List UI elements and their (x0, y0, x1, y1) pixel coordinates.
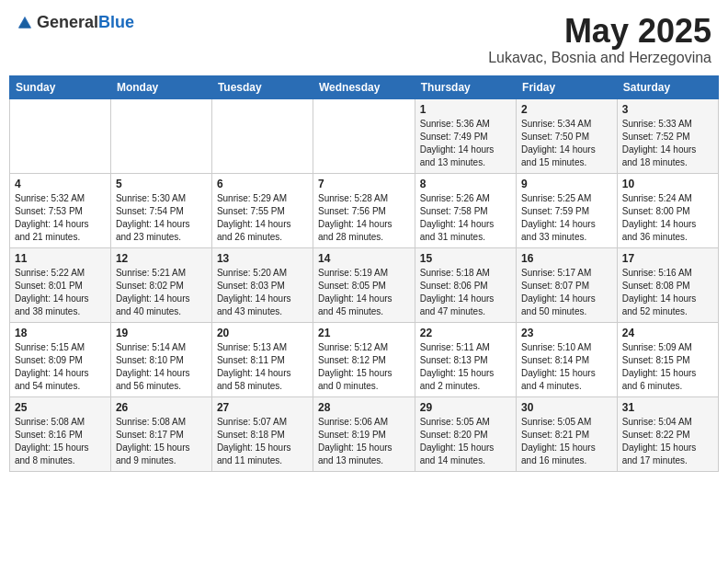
cell-content: Sunrise: 5:11 AM Sunset: 8:13 PM Dayligh… (420, 341, 511, 393)
day-cell-26: 26Sunrise: 5:08 AM Sunset: 8:17 PM Dayli… (110, 396, 211, 471)
cell-content: Sunrise: 5:19 AM Sunset: 8:05 PM Dayligh… (318, 267, 410, 318)
day-number: 28 (318, 401, 410, 414)
day-cell-31: 31Sunrise: 5:04 AM Sunset: 8:22 PM Dayli… (617, 396, 718, 471)
empty-cell (211, 98, 313, 173)
day-number: 9 (521, 178, 612, 190)
day-cell-17: 17Sunrise: 5:16 AM Sunset: 8:08 PM Dayli… (617, 247, 718, 322)
day-cell-23: 23Sunrise: 5:10 AM Sunset: 8:14 PM Dayli… (517, 322, 618, 396)
cell-content: Sunrise: 5:09 AM Sunset: 8:15 PM Dayligh… (622, 341, 713, 393)
day-number: 1 (420, 103, 511, 116)
day-number: 10 (622, 178, 713, 190)
week-row-5: 25Sunrise: 5:08 AM Sunset: 8:16 PM Dayli… (10, 396, 719, 471)
day-cell-10: 10Sunrise: 5:24 AM Sunset: 8:00 PM Dayli… (617, 173, 718, 247)
day-cell-16: 16Sunrise: 5:17 AM Sunset: 8:07 PM Dayli… (517, 247, 618, 322)
cell-content: Sunrise: 5:30 AM Sunset: 7:54 PM Dayligh… (116, 192, 207, 244)
empty-cell (10, 98, 111, 173)
cell-content: Sunrise: 5:04 AM Sunset: 8:22 PM Dayligh… (622, 416, 713, 467)
day-cell-30: 30Sunrise: 5:05 AM Sunset: 8:21 PM Dayli… (517, 396, 618, 471)
day-number: 29 (420, 401, 511, 414)
day-cell-14: 14Sunrise: 5:19 AM Sunset: 8:05 PM Dayli… (313, 247, 415, 322)
day-number: 5 (116, 178, 207, 190)
cell-content: Sunrise: 5:26 AM Sunset: 7:58 PM Dayligh… (420, 192, 511, 244)
weekday-header-monday: Monday (110, 75, 211, 98)
day-number: 24 (622, 327, 713, 339)
cell-content: Sunrise: 5:22 AM Sunset: 8:01 PM Dayligh… (15, 267, 106, 318)
day-cell-8: 8Sunrise: 5:26 AM Sunset: 7:58 PM Daylig… (415, 173, 516, 247)
day-cell-6: 6Sunrise: 5:29 AM Sunset: 7:55 PM Daylig… (211, 173, 313, 247)
cell-content: Sunrise: 5:05 AM Sunset: 8:21 PM Dayligh… (521, 416, 612, 467)
logo-text-general: General (37, 13, 98, 31)
cell-content: Sunrise: 5:21 AM Sunset: 8:02 PM Dayligh… (116, 267, 207, 318)
day-number: 17 (622, 252, 713, 265)
day-number: 21 (318, 327, 410, 339)
day-number: 16 (521, 252, 612, 265)
day-cell-5: 5Sunrise: 5:30 AM Sunset: 7:54 PM Daylig… (110, 173, 211, 247)
day-cell-22: 22Sunrise: 5:11 AM Sunset: 8:13 PM Dayli… (415, 322, 516, 396)
cell-content: Sunrise: 5:25 AM Sunset: 7:59 PM Dayligh… (521, 192, 612, 244)
day-number: 6 (217, 178, 308, 190)
day-number: 14 (318, 252, 410, 265)
cell-content: Sunrise: 5:12 AM Sunset: 8:12 PM Dayligh… (318, 341, 410, 393)
day-number: 22 (420, 327, 511, 339)
weekday-header-row: SundayMondayTuesdayWednesdayThursdayFrid… (10, 75, 719, 98)
month-title: May 2025 (488, 13, 711, 50)
day-number: 2 (521, 103, 612, 116)
cell-content: Sunrise: 5:10 AM Sunset: 8:14 PM Dayligh… (521, 341, 612, 393)
cell-content: Sunrise: 5:28 AM Sunset: 7:56 PM Dayligh… (318, 192, 410, 244)
cell-content: Sunrise: 5:32 AM Sunset: 7:53 PM Dayligh… (15, 192, 106, 244)
week-row-3: 11Sunrise: 5:22 AM Sunset: 8:01 PM Dayli… (10, 247, 719, 322)
logo-text-blue: Blue (98, 13, 134, 31)
week-row-4: 18Sunrise: 5:15 AM Sunset: 8:09 PM Dayli… (10, 322, 719, 396)
day-number: 27 (217, 401, 308, 414)
cell-content: Sunrise: 5:05 AM Sunset: 8:20 PM Dayligh… (420, 416, 511, 467)
day-number: 12 (116, 252, 207, 265)
cell-content: Sunrise: 5:36 AM Sunset: 7:49 PM Dayligh… (420, 118, 511, 169)
cell-content: Sunrise: 5:15 AM Sunset: 8:09 PM Dayligh… (15, 341, 106, 393)
day-number: 20 (217, 327, 308, 339)
cell-content: Sunrise: 5:24 AM Sunset: 8:00 PM Dayligh… (622, 192, 713, 244)
weekday-header-saturday: Saturday (617, 75, 718, 98)
day-number: 3 (622, 103, 713, 116)
day-cell-13: 13Sunrise: 5:20 AM Sunset: 8:03 PM Dayli… (211, 247, 313, 322)
day-number: 8 (420, 178, 511, 190)
day-cell-28: 28Sunrise: 5:06 AM Sunset: 8:19 PM Dayli… (313, 396, 415, 471)
cell-content: Sunrise: 5:07 AM Sunset: 8:18 PM Dayligh… (217, 416, 308, 467)
week-row-2: 4Sunrise: 5:32 AM Sunset: 7:53 PM Daylig… (10, 173, 719, 247)
location-title: Lukavac, Bosnia and Herzegovina (488, 50, 711, 66)
day-cell-19: 19Sunrise: 5:14 AM Sunset: 8:10 PM Dayli… (110, 322, 211, 396)
weekday-header-wednesday: Wednesday (313, 75, 415, 98)
calendar-table: SundayMondayTuesdayWednesdayThursdayFrid… (9, 75, 719, 472)
day-cell-3: 3Sunrise: 5:33 AM Sunset: 7:52 PM Daylig… (617, 98, 718, 173)
day-cell-1: 1Sunrise: 5:36 AM Sunset: 7:49 PM Daylig… (415, 98, 516, 173)
day-number: 4 (15, 178, 106, 190)
day-cell-27: 27Sunrise: 5:07 AM Sunset: 8:18 PM Dayli… (211, 396, 313, 471)
weekday-header-tuesday: Tuesday (211, 75, 313, 98)
empty-cell (110, 98, 211, 173)
day-cell-20: 20Sunrise: 5:13 AM Sunset: 8:11 PM Dayli… (211, 322, 313, 396)
day-cell-18: 18Sunrise: 5:15 AM Sunset: 8:09 PM Dayli… (10, 322, 111, 396)
day-number: 25 (15, 401, 106, 414)
cell-content: Sunrise: 5:18 AM Sunset: 8:06 PM Dayligh… (420, 267, 511, 318)
cell-content: Sunrise: 5:33 AM Sunset: 7:52 PM Dayligh… (622, 118, 713, 169)
day-cell-15: 15Sunrise: 5:18 AM Sunset: 8:06 PM Dayli… (415, 247, 516, 322)
cell-content: Sunrise: 5:34 AM Sunset: 7:50 PM Dayligh… (521, 118, 612, 169)
title-block: May 2025 Lukavac, Bosnia and Herzegovina (488, 13, 711, 66)
day-cell-11: 11Sunrise: 5:22 AM Sunset: 8:01 PM Dayli… (10, 247, 111, 322)
day-cell-9: 9Sunrise: 5:25 AM Sunset: 7:59 PM Daylig… (517, 173, 618, 247)
day-number: 23 (521, 327, 612, 339)
logo: GeneralBlue (17, 13, 134, 32)
week-row-1: 1Sunrise: 5:36 AM Sunset: 7:49 PM Daylig… (10, 98, 719, 173)
day-cell-7: 7Sunrise: 5:28 AM Sunset: 7:56 PM Daylig… (313, 173, 415, 247)
cell-content: Sunrise: 5:14 AM Sunset: 8:10 PM Dayligh… (116, 341, 207, 393)
day-cell-24: 24Sunrise: 5:09 AM Sunset: 8:15 PM Dayli… (617, 322, 718, 396)
cell-content: Sunrise: 5:16 AM Sunset: 8:08 PM Dayligh… (622, 267, 713, 318)
cell-content: Sunrise: 5:29 AM Sunset: 7:55 PM Dayligh… (217, 192, 308, 244)
day-cell-12: 12Sunrise: 5:21 AM Sunset: 8:02 PM Dayli… (110, 247, 211, 322)
header: GeneralBlue May 2025 Lukavac, Bosnia and… (9, 9, 719, 70)
cell-content: Sunrise: 5:13 AM Sunset: 8:11 PM Dayligh… (217, 341, 308, 393)
day-cell-29: 29Sunrise: 5:05 AM Sunset: 8:20 PM Dayli… (415, 396, 516, 471)
day-cell-25: 25Sunrise: 5:08 AM Sunset: 8:16 PM Dayli… (10, 396, 111, 471)
day-cell-21: 21Sunrise: 5:12 AM Sunset: 8:12 PM Dayli… (313, 322, 415, 396)
empty-cell (313, 98, 415, 173)
weekday-header-thursday: Thursday (415, 75, 516, 98)
